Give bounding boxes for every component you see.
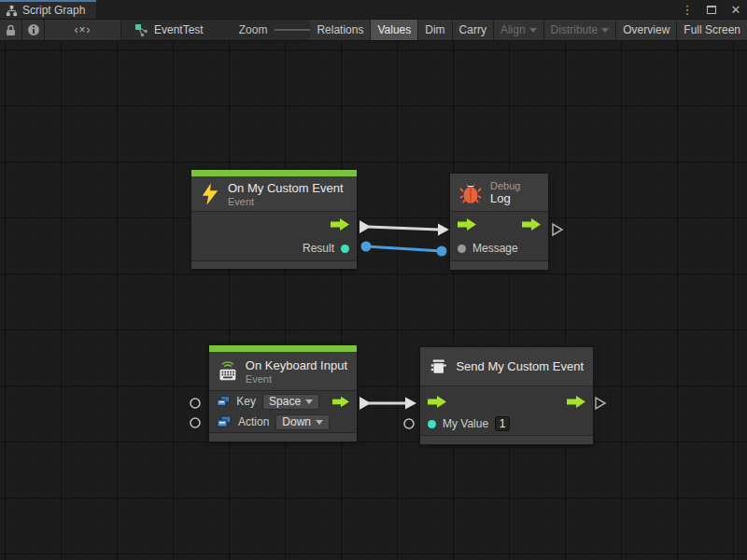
values-button[interactable]: Values [371,20,417,40]
control-output-stub[interactable] [596,398,605,409]
script-graph-window: Script Graph ⋮ ✕ ‹×› [0,0,747,560]
control-output-port[interactable] [567,396,585,408]
dropdown-caret-icon [316,420,323,425]
port-label-my-value: My Value [443,417,488,430]
code-preview-button[interactable]: ‹×› [45,20,121,40]
graph-asset-icon [134,23,148,37]
dropdown-caret-icon [305,399,313,404]
graph-hierarchy-icon [6,5,18,17]
lock-icon [6,24,16,36]
graph-name: EventTest [154,23,204,36]
tab-bar: Script Graph ⋮ ✕ [0,0,747,19]
enum-icon [217,395,230,408]
overview-button[interactable]: Overview [616,20,676,40]
node-debug-log[interactable]: Debug Log Message [450,174,548,270]
dim-button[interactable]: Dim [418,20,451,40]
fullscreen-button[interactable]: Full Screen [677,20,747,40]
node-title: Log [490,191,520,205]
node-send-my-custom-event[interactable]: Send My Custom Event My Value 1 [420,347,593,444]
control-connection[interactable] [359,220,449,236]
event-accent-bar [209,345,357,352]
value-input-stub[interactable] [404,419,414,428]
zoom-label: Zoom [239,23,268,36]
keyboard-icon [218,358,237,385]
my-value-input[interactable]: 1 [495,416,510,431]
chevron-down-icon [529,28,537,33]
relations-button[interactable]: Relations [310,20,370,40]
chevron-down-icon [601,28,609,33]
more-menu-icon[interactable]: ⋮ [680,2,695,17]
value-input-port[interactable] [458,245,466,253]
code-preview-icon: ‹×› [75,23,92,36]
control-output-port[interactable] [332,396,349,408]
control-input-port[interactable] [458,218,476,231]
port-label-action: Action [238,415,269,428]
node-footer [420,435,593,444]
port-label-key: Key [236,395,256,408]
node-title: Send My Custom Event [456,359,584,373]
carry-button[interactable]: Carry [453,20,493,40]
control-input-port[interactable] [428,396,446,408]
control-output-stub[interactable] [553,224,562,235]
control-output-port[interactable] [331,218,349,231]
custom-event-icon [430,355,447,379]
value-connection[interactable] [361,242,447,257]
tab-title: Script Graph [22,4,85,17]
graph-canvas[interactable]: On My Custom Event Event Result [0,41,747,560]
info-icon [27,23,40,36]
port-label-result: Result [303,242,334,255]
value-input-stub[interactable] [190,418,200,427]
node-footer [191,260,357,269]
node-footer [209,432,357,441]
info-button[interactable] [22,20,45,40]
tab-script-graph[interactable]: Script Graph [0,0,96,19]
control-connection[interactable] [359,397,416,410]
value-input-stub[interactable] [190,399,200,408]
toolbar-buttons: Relations Values Dim Carry Align Distrib… [310,20,747,40]
lightning-icon [201,182,219,206]
node-footer [450,260,548,270]
node-title: On Keyboard Input [246,358,347,372]
key-dropdown[interactable]: Space [262,394,319,410]
window-controls: ⋮ ✕ [680,0,743,19]
node-on-keyboard-input[interactable]: On Keyboard Input Event Key Space [209,345,357,441]
node-subtitle: Event [246,373,347,385]
node-on-my-custom-event[interactable]: On My Custom Event Event Result [191,170,357,269]
connections-layer [0,41,747,560]
lock-button[interactable] [0,20,22,40]
node-subtitle: Event [228,196,344,207]
close-icon[interactable]: ✕ [728,2,743,17]
graph-reference[interactable]: EventTest [121,20,213,40]
bug-icon [459,180,482,204]
event-accent-bar [191,170,357,176]
node-title: On My Custom Event [228,181,344,195]
maximize-icon[interactable] [704,2,719,17]
node-kind: Debug [490,180,520,191]
port-label-message: Message [472,242,518,255]
value-input-port[interactable] [428,420,436,428]
enum-icon [217,415,232,428]
control-output-port[interactable] [522,218,541,231]
align-button[interactable]: Align [494,20,543,40]
distribute-button[interactable]: Distribute [544,20,616,40]
value-output-port[interactable] [341,245,349,253]
action-dropdown[interactable]: Down [275,414,330,430]
